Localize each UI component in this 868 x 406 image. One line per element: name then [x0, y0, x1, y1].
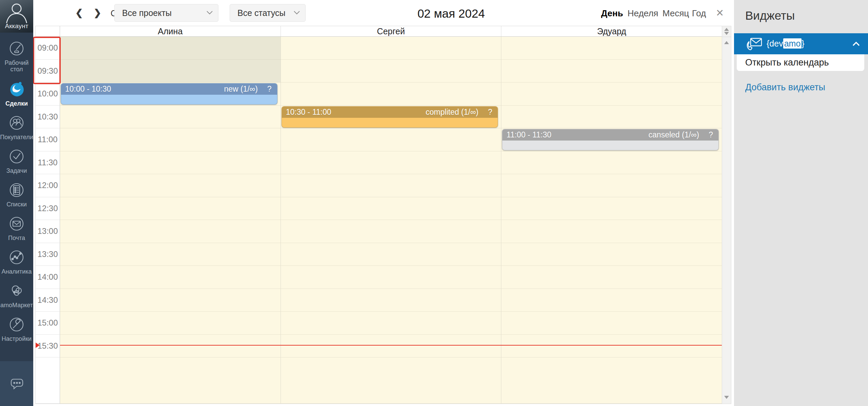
scroll-step-down-icon[interactable] — [724, 32, 729, 35]
calendar-cell[interactable] — [60, 106, 281, 129]
view-tab-1[interactable]: Неделя — [628, 8, 658, 19]
add-widgets-link[interactable]: Добавить виджеты — [745, 82, 825, 93]
sidebar-item-2[interactable]: Покупатели — [0, 115, 33, 141]
calendar-cell[interactable] — [281, 174, 502, 197]
calendar-cell[interactable] — [281, 289, 502, 312]
dashboard-icon — [8, 40, 25, 58]
calendar-cell[interactable] — [501, 335, 722, 358]
view-tab-2[interactable]: Месяц — [662, 8, 689, 19]
widgets-panel-title: Виджеты — [745, 9, 795, 22]
sidebar-item-6[interactable]: Аналитика — [0, 249, 33, 275]
close-icon[interactable]: ✕ — [716, 7, 724, 19]
calendar-cell[interactable] — [501, 37, 722, 60]
event-help-icon[interactable]: ? — [267, 85, 277, 94]
sidebar-item-5[interactable]: Почта — [0, 216, 33, 241]
calendar-cell[interactable] — [501, 357, 722, 404]
calendar-cell[interactable] — [501, 174, 722, 197]
calendar-cell[interactable] — [501, 289, 722, 312]
statuses-filter-dropdown[interactable]: Все статусы — [230, 4, 306, 22]
scrollbar-down-arrow[interactable] — [724, 396, 729, 399]
scroll-step-up-icon[interactable] — [724, 28, 729, 31]
sidebar-item-label: Аналитика — [1, 269, 32, 275]
calendar-cell[interactable] — [281, 220, 502, 243]
calendar-cell[interactable] — [281, 60, 502, 83]
event-header: 10:00 - 10:30new (1/∞)? — [61, 84, 277, 95]
calendar-cell[interactable] — [501, 220, 722, 243]
time-label: 09:30 — [36, 60, 60, 83]
sidebar-item-label: amoМаркет — [0, 302, 34, 309]
calendar-cell[interactable] — [501, 106, 722, 129]
next-day-button[interactable]: ❯ — [94, 7, 101, 18]
event-status-badge: canseled (1/∞) — [649, 130, 699, 140]
calendar-cell[interactable] — [281, 266, 502, 289]
calendar-cell[interactable] — [60, 289, 281, 312]
devamo-mail-phone-icon — [745, 36, 763, 52]
calendar-cell[interactable] — [281, 312, 502, 335]
calendar-scrollbar — [722, 26, 731, 404]
support-chat-icon — [8, 375, 25, 392]
column-header-0: Алина — [60, 26, 281, 36]
view-tab-0[interactable]: День — [601, 8, 623, 19]
open-calendar-menu-item[interactable]: Открыть календарь — [737, 54, 864, 71]
calendar-cell[interactable] — [501, 60, 722, 83]
time-label: 11:30 — [36, 151, 60, 174]
projects-filter-dropdown[interactable]: Все проекты — [114, 4, 218, 22]
calendar-cell[interactable] — [60, 312, 281, 335]
sidebar-item-account[interactable]: Аккаунт — [0, 0, 33, 33]
mail-icon — [8, 216, 25, 233]
time-label: 15:00 — [36, 312, 60, 335]
calendar-cell[interactable] — [501, 266, 722, 289]
event-help-icon[interactable]: ? — [488, 108, 498, 117]
analytics-icon — [8, 249, 25, 267]
support-chat-button[interactable] — [0, 361, 33, 406]
calendar-cell[interactable] — [281, 197, 502, 220]
calendar-cell[interactable] — [281, 151, 502, 174]
calendar-cell[interactable] — [60, 151, 281, 174]
calendar-cell[interactable] — [281, 335, 502, 358]
calendar-cell[interactable] — [60, 197, 281, 220]
calendar-cell[interactable] — [281, 82, 502, 106]
prev-day-button[interactable]: ❮ — [75, 7, 83, 18]
view-tab-3[interactable]: Год — [692, 8, 706, 19]
calendar-row: 12:00 — [36, 174, 722, 197]
calendar-cell[interactable] — [281, 357, 502, 404]
sidebar-item-label: Почта — [7, 235, 26, 241]
calendar-cell[interactable] — [60, 220, 281, 243]
devamo-widget-header[interactable]: {devamo} — [734, 33, 868, 54]
sidebar-item-label: Настройки — [1, 336, 32, 342]
sidebar-item-1[interactable]: Сделки — [0, 80, 33, 107]
calendar-cell[interactable] — [501, 82, 722, 106]
calendar-cell[interactable] — [60, 174, 281, 197]
sidebar-item-4[interactable]: Списки — [0, 182, 33, 208]
sidebar-item-label: Задачи — [6, 168, 27, 174]
event-complited[interactable]: 10:30 - 11:00complited (1/∞)? — [282, 106, 498, 128]
scrollbar-up-arrow[interactable] — [724, 41, 729, 44]
calendar-cell[interactable] — [501, 243, 722, 266]
event-help-icon[interactable]: ? — [709, 130, 718, 140]
time-label: 14:00 — [36, 266, 60, 289]
calendar-cell[interactable] — [60, 60, 281, 83]
event-canseled[interactable]: 11:00 - 11:30canseled (1/∞)? — [502, 129, 719, 150]
sidebar: Аккаунт Рабочий столСделкиПокупателиЗада… — [0, 0, 33, 406]
calendar-cell[interactable] — [501, 151, 722, 174]
sidebar-item-3[interactable]: Задачи — [0, 148, 33, 174]
calendar-cell[interactable] — [501, 312, 722, 335]
sidebar-item-8[interactable]: Настройки — [0, 316, 33, 342]
calendar-row — [36, 357, 722, 404]
calendar-cell[interactable] — [60, 335, 281, 358]
calendar-cell[interactable] — [60, 37, 281, 60]
current-date-title: 02 мая 2024 — [393, 7, 509, 20]
calendar-cell[interactable] — [60, 266, 281, 289]
calendar-cell[interactable] — [60, 357, 281, 404]
sidebar-item-0[interactable]: Рабочий стол — [0, 40, 33, 73]
calendar-cell[interactable] — [281, 243, 502, 266]
event-new[interactable]: 10:00 - 10:30new (1/∞)? — [61, 83, 277, 105]
calendar-cell[interactable] — [281, 128, 502, 151]
calendar-cell[interactable] — [501, 197, 722, 220]
event-status-badge: complited (1/∞) — [426, 108, 479, 117]
calendar-cell[interactable] — [281, 37, 502, 60]
sidebar-item-7[interactable]: amoМаркет — [0, 283, 33, 309]
calendar-cell[interactable] — [60, 243, 281, 266]
calendar-row: 14:00 — [36, 266, 722, 289]
calendar-cell[interactable] — [60, 128, 281, 151]
